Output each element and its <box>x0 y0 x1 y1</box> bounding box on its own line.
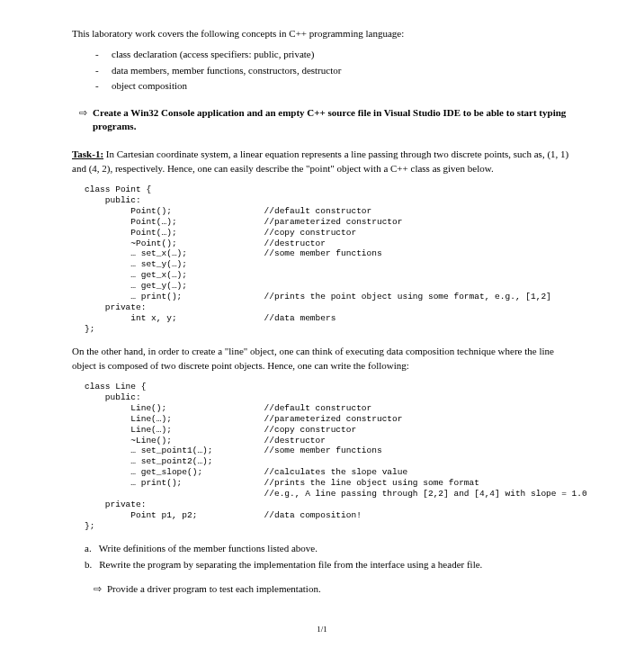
concept-text: data members, member functions, construc… <box>112 64 341 77</box>
question-letter: b. <box>85 558 92 572</box>
list-item: b. Rewrite the program by separating the… <box>85 558 572 572</box>
question-list: a. Write definitions of the member funct… <box>85 542 572 572</box>
composition-paragraph: On the other hand, in order to create a … <box>72 345 572 373</box>
concept-list: - class declaration (access specifiers: … <box>95 48 572 93</box>
right-arrow-icon: ⇨ <box>79 106 87 120</box>
provide-line: ⇨ Provide a driver program to test each … <box>94 582 572 596</box>
create-instruction: ⇨ Create a Win32 Console application and… <box>79 106 572 134</box>
right-arrow-icon: ⇨ <box>94 582 102 596</box>
point-class-code: class Point { public: Point(); //default… <box>85 184 572 334</box>
page-number: 1/1 <box>72 624 572 635</box>
intro-text: This laboratory work covers the followin… <box>72 27 572 40</box>
list-item: - object composition <box>95 79 572 93</box>
dash-icon: - <box>95 64 103 77</box>
task1-paragraph: Task-1: In Cartesian coordinate system, … <box>72 148 572 176</box>
question-text: Rewrite the program by separating the im… <box>99 558 482 572</box>
concept-text: object composition <box>112 79 187 93</box>
list-item: a. Write definitions of the member funct… <box>85 542 572 555</box>
dash-icon: - <box>95 48 103 61</box>
concept-text: class declaration (access specifiers: pu… <box>112 48 314 61</box>
question-text: Write definitions of the member function… <box>99 542 318 555</box>
task1-text: In Cartesian coordinate system, a linear… <box>72 148 568 173</box>
provide-text: Provide a driver program to test each im… <box>107 582 321 596</box>
question-letter: a. <box>85 542 92 555</box>
task1-label: Task-1: <box>72 148 103 159</box>
list-item: - class declaration (access specifiers: … <box>95 48 572 61</box>
instruction-text: Create a Win32 Console application and a… <box>93 106 572 134</box>
list-item: - data members, member functions, constr… <box>95 64 572 77</box>
line-class-code: class Line { public: Line(); //default c… <box>85 382 572 531</box>
dash-icon: - <box>95 79 103 93</box>
